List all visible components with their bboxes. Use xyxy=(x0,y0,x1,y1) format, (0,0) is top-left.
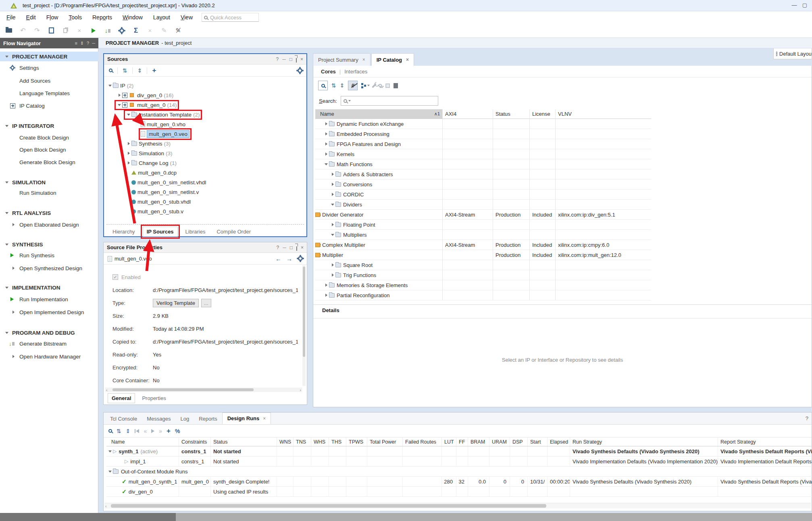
settings-gear-icon[interactable] xyxy=(298,256,303,261)
column-run-strategy[interactable]: Run Strategy xyxy=(570,438,718,446)
tree-item-simulation[interactable]: Simulation(3) xyxy=(104,148,306,158)
float-panel-icon[interactable] xyxy=(296,56,297,62)
vertical-scrollbar[interactable] xyxy=(302,265,306,386)
nav-section-program-and-debug[interactable]: PROGRAM AND DEBUG xyxy=(0,328,98,337)
column-tpws[interactable]: TPWS xyxy=(346,438,367,446)
enabled-checkbox[interactable]: ✓ xyxy=(112,274,118,280)
tree-item-mult-gen-0-vho[interactable]: mult_gen_0.vho xyxy=(104,119,306,129)
catalog-category-multipliers[interactable]: Multipliers xyxy=(315,230,651,240)
column-report-strategy[interactable]: Report Strategy xyxy=(718,438,812,446)
tree-item-mult-gen-0[interactable]: mult_gen_0(14) xyxy=(104,100,306,110)
nav-item-open-implemented-design[interactable]: Open Implemented Design xyxy=(0,308,98,317)
back-arrow-icon[interactable]: ← xyxy=(275,255,281,262)
nav-item-open-synthesized-design[interactable]: Open Synthesized Design xyxy=(0,264,98,273)
chevron-right-icon[interactable] xyxy=(10,223,16,226)
column-ff[interactable]: FF xyxy=(456,438,468,446)
catalog-category[interactable]: Embedded Processing xyxy=(315,129,651,139)
settings-gear-icon[interactable] xyxy=(298,68,302,73)
run-icon[interactable] xyxy=(88,26,99,35)
chip-icon[interactable] xyxy=(385,83,390,88)
tab-compile-order[interactable]: Compile Order xyxy=(213,227,254,236)
nav-section-simulation[interactable]: SIMULATION xyxy=(0,178,98,187)
forward-arrow-icon[interactable]: → xyxy=(286,255,292,262)
report-icon[interactable]: Σ xyxy=(131,26,141,35)
tree-item-ip[interactable]: IP(2) xyxy=(104,81,306,90)
expand-collapse-icon[interactable]: ⇕ xyxy=(80,41,84,46)
collapse-all-icon[interactable]: ⇅ xyxy=(117,428,121,434)
nav-section-project-manager[interactable]: PROJECT MANAGER xyxy=(0,52,98,61)
add-sources-icon[interactable]: + xyxy=(152,67,156,75)
subtab-interfaces[interactable]: Interfaces xyxy=(344,69,367,75)
percent-icon[interactable]: % xyxy=(175,428,180,434)
catalog-category[interactable]: FPGA Features and Design xyxy=(315,139,651,149)
menu-file[interactable]: File xyxy=(6,14,16,21)
tree-item-stub-vhdl[interactable]: mult_gen_0_stub.vhdl xyxy=(104,197,306,206)
nav-item-open-hardware-manager[interactable]: Open Hardware Manager xyxy=(0,352,98,361)
close-icon[interactable]: × xyxy=(362,57,365,63)
column-failed-routes[interactable]: Failed Routes xyxy=(403,438,442,446)
tab-libraries[interactable]: Libraries xyxy=(182,227,209,236)
save-icon[interactable] xyxy=(46,26,56,35)
column-axi4[interactable]: AXI4 xyxy=(442,109,493,119)
tree-item-synthesis[interactable]: Synthesis(3) xyxy=(104,139,306,148)
tree-item-div-gen-0[interactable]: div_gen_0(16) xyxy=(104,90,306,100)
nav-section-ip-integrator[interactable]: IP INTEGRATOR xyxy=(0,121,98,130)
menu-view[interactable]: View xyxy=(181,14,193,21)
maximize-panel-icon[interactable]: □ xyxy=(290,245,293,250)
tab-project-summary[interactable]: Project Summary× xyxy=(313,53,371,66)
column-bram[interactable]: BRAM xyxy=(468,438,489,446)
catalog-category[interactable]: CORDIC xyxy=(315,190,651,200)
nav-item-generate-bitstream[interactable]: ↓Generate Bitstream xyxy=(0,339,98,348)
catalog-search-input[interactable] xyxy=(341,96,438,106)
skip-to-start-icon[interactable] xyxy=(135,429,139,433)
nav-item-open-block-design[interactable]: Open Block Design xyxy=(0,145,98,154)
catalog-category[interactable]: Square Root xyxy=(315,260,651,270)
search-icon[interactable] xyxy=(109,69,112,72)
ellipsis-button[interactable]: ... xyxy=(201,299,211,307)
catalog-category[interactable]: Adders & Subtracters xyxy=(315,169,651,179)
minimize-panel-icon[interactable]: ─ xyxy=(283,245,286,250)
catalog-ip-divider-generator[interactable]: Divider GeneratorAXI4-StreamProductionIn… xyxy=(315,210,651,220)
create-run-icon[interactable]: + xyxy=(167,427,171,435)
maximize-icon[interactable]: ▢ xyxy=(802,2,808,8)
tree-item-stub-v[interactable]: mult_gen_0_stub.v xyxy=(104,206,306,216)
nav-item-create-block-design[interactable]: Create Block Design xyxy=(0,133,98,142)
tree-item-sim-netlist-v[interactable]: mult_gen_0_sim_netlist.v xyxy=(104,187,306,197)
maximize-panel-icon[interactable]: □ xyxy=(289,56,292,62)
nav-item-ip-catalog[interactable]: IP Catalog xyxy=(0,101,98,110)
nav-item-language-templates[interactable]: Language Templates xyxy=(0,89,98,98)
catalog-category[interactable]: Kernels xyxy=(315,149,651,159)
tree-item-sim-netlist-vhdl[interactable]: mult_gen_0_sim_netlist.vhdl xyxy=(104,177,306,187)
catalog-category[interactable]: Trig Functions xyxy=(315,270,651,280)
menu-edit[interactable]: Edit xyxy=(26,14,36,21)
column-uram[interactable]: URAM xyxy=(489,438,510,446)
run-row-impl-1[interactable]: ▷impl_1 constrs_1 Not started Vivado Imp… xyxy=(106,456,812,467)
tree-item-change-log[interactable]: Change Log(1) xyxy=(104,158,306,168)
tab-messages[interactable]: Messages xyxy=(142,413,175,424)
float-panel-icon[interactable] xyxy=(296,245,297,250)
cancel-icon[interactable]: × xyxy=(145,26,155,35)
column-elapsed[interactable]: Elapsed xyxy=(548,438,570,446)
run-row-mult-gen-0-synth-1[interactable]: ✓mult_gen_0_synth_1 mult_gen_0 synth_des… xyxy=(106,477,812,487)
help-icon[interactable]: ? xyxy=(277,245,279,250)
column-tns[interactable]: TNS xyxy=(294,438,311,446)
layout-selector[interactable]: Default Layou xyxy=(773,48,812,59)
tab-tcl-console[interactable]: Tcl Console xyxy=(105,413,142,424)
hide-incompatible-icon[interactable]: # xyxy=(348,81,358,90)
column-wns[interactable]: WNS xyxy=(277,438,294,446)
redo-icon[interactable]: ↷ xyxy=(32,26,42,35)
subtab-cores[interactable]: Cores xyxy=(321,69,336,75)
expand-all-icon[interactable]: ⇕ xyxy=(137,67,142,74)
menu-layout[interactable]: Layout xyxy=(153,14,170,21)
type-button[interactable]: Verilog Template xyxy=(153,299,199,307)
close-icon[interactable]: × xyxy=(263,416,266,421)
generate-bitstream-icon[interactable]: ↓ xyxy=(102,26,113,35)
column-status[interactable]: Status xyxy=(211,438,277,446)
license-key-icon[interactable] xyxy=(379,84,382,87)
nav-item-run-synthesis[interactable]: Run Synthesis xyxy=(0,251,98,260)
menu-reports[interactable]: Reports xyxy=(92,14,112,21)
wrench-icon[interactable] xyxy=(372,83,377,88)
catalog-ip-complex-multiplier[interactable]: Complex MultiplierAXI4-StreamProductionI… xyxy=(315,240,651,250)
tab-design-runs[interactable]: Design Runs× xyxy=(222,413,271,424)
tab-properties[interactable]: Properties xyxy=(138,394,169,403)
